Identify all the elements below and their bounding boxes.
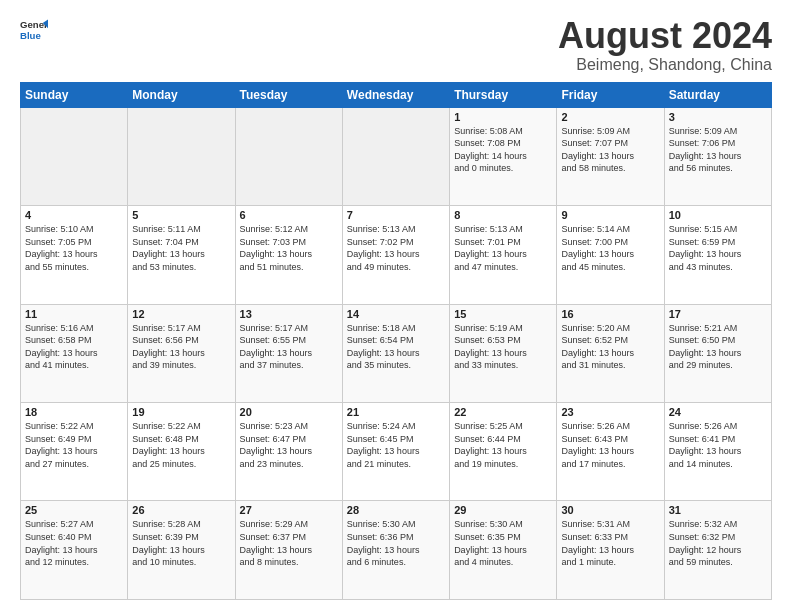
day-number: 1 <box>454 111 552 123</box>
day-number: 21 <box>347 406 445 418</box>
logo-icon: General Blue <box>20 16 48 44</box>
table-row: 3Sunrise: 5:09 AM Sunset: 7:06 PM Daylig… <box>664 107 771 205</box>
day-info: Sunrise: 5:29 AM Sunset: 6:37 PM Dayligh… <box>240 518 338 568</box>
day-info: Sunrise: 5:17 AM Sunset: 6:55 PM Dayligh… <box>240 322 338 372</box>
day-number: 27 <box>240 504 338 516</box>
header-friday: Friday <box>557 82 664 107</box>
header-wednesday: Wednesday <box>342 82 449 107</box>
table-row: 29Sunrise: 5:30 AM Sunset: 6:35 PM Dayli… <box>450 501 557 600</box>
day-info: Sunrise: 5:22 AM Sunset: 6:48 PM Dayligh… <box>132 420 230 470</box>
day-info: Sunrise: 5:08 AM Sunset: 7:08 PM Dayligh… <box>454 125 552 175</box>
table-row: 20Sunrise: 5:23 AM Sunset: 6:47 PM Dayli… <box>235 403 342 501</box>
day-number: 16 <box>561 308 659 320</box>
day-number: 19 <box>132 406 230 418</box>
day-number: 2 <box>561 111 659 123</box>
table-row: 2Sunrise: 5:09 AM Sunset: 7:07 PM Daylig… <box>557 107 664 205</box>
day-number: 28 <box>347 504 445 516</box>
day-number: 6 <box>240 209 338 221</box>
table-row: 17Sunrise: 5:21 AM Sunset: 6:50 PM Dayli… <box>664 304 771 402</box>
calendar-week-row: 11Sunrise: 5:16 AM Sunset: 6:58 PM Dayli… <box>21 304 772 402</box>
day-number: 31 <box>669 504 767 516</box>
day-number: 7 <box>347 209 445 221</box>
weekday-header-row: Sunday Monday Tuesday Wednesday Thursday… <box>21 82 772 107</box>
table-row: 4Sunrise: 5:10 AM Sunset: 7:05 PM Daylig… <box>21 206 128 304</box>
day-info: Sunrise: 5:09 AM Sunset: 7:07 PM Dayligh… <box>561 125 659 175</box>
day-info: Sunrise: 5:27 AM Sunset: 6:40 PM Dayligh… <box>25 518 123 568</box>
day-number: 25 <box>25 504 123 516</box>
day-info: Sunrise: 5:11 AM Sunset: 7:04 PM Dayligh… <box>132 223 230 273</box>
header-monday: Monday <box>128 82 235 107</box>
day-info: Sunrise: 5:24 AM Sunset: 6:45 PM Dayligh… <box>347 420 445 470</box>
day-number: 13 <box>240 308 338 320</box>
table-row: 22Sunrise: 5:25 AM Sunset: 6:44 PM Dayli… <box>450 403 557 501</box>
day-number: 8 <box>454 209 552 221</box>
day-info: Sunrise: 5:20 AM Sunset: 6:52 PM Dayligh… <box>561 322 659 372</box>
day-info: Sunrise: 5:25 AM Sunset: 6:44 PM Dayligh… <box>454 420 552 470</box>
header: General Blue August 2024 Beimeng, Shando… <box>20 16 772 74</box>
header-sunday: Sunday <box>21 82 128 107</box>
calendar-week-row: 25Sunrise: 5:27 AM Sunset: 6:40 PM Dayli… <box>21 501 772 600</box>
calendar-week-row: 1Sunrise: 5:08 AM Sunset: 7:08 PM Daylig… <box>21 107 772 205</box>
day-info: Sunrise: 5:10 AM Sunset: 7:05 PM Dayligh… <box>25 223 123 273</box>
day-info: Sunrise: 5:12 AM Sunset: 7:03 PM Dayligh… <box>240 223 338 273</box>
table-row: 30Sunrise: 5:31 AM Sunset: 6:33 PM Dayli… <box>557 501 664 600</box>
day-number: 18 <box>25 406 123 418</box>
table-row: 10Sunrise: 5:15 AM Sunset: 6:59 PM Dayli… <box>664 206 771 304</box>
day-info: Sunrise: 5:13 AM Sunset: 7:02 PM Dayligh… <box>347 223 445 273</box>
logo: General Blue <box>20 16 48 44</box>
day-info: Sunrise: 5:13 AM Sunset: 7:01 PM Dayligh… <box>454 223 552 273</box>
header-tuesday: Tuesday <box>235 82 342 107</box>
day-number: 20 <box>240 406 338 418</box>
day-info: Sunrise: 5:17 AM Sunset: 6:56 PM Dayligh… <box>132 322 230 372</box>
table-row: 7Sunrise: 5:13 AM Sunset: 7:02 PM Daylig… <box>342 206 449 304</box>
table-row: 25Sunrise: 5:27 AM Sunset: 6:40 PM Dayli… <box>21 501 128 600</box>
subtitle: Beimeng, Shandong, China <box>558 56 772 74</box>
calendar-week-row: 18Sunrise: 5:22 AM Sunset: 6:49 PM Dayli… <box>21 403 772 501</box>
day-info: Sunrise: 5:21 AM Sunset: 6:50 PM Dayligh… <box>669 322 767 372</box>
day-number: 9 <box>561 209 659 221</box>
day-info: Sunrise: 5:14 AM Sunset: 7:00 PM Dayligh… <box>561 223 659 273</box>
page: General Blue August 2024 Beimeng, Shando… <box>0 0 792 612</box>
header-thursday: Thursday <box>450 82 557 107</box>
day-info: Sunrise: 5:18 AM Sunset: 6:54 PM Dayligh… <box>347 322 445 372</box>
table-row: 23Sunrise: 5:26 AM Sunset: 6:43 PM Dayli… <box>557 403 664 501</box>
day-number: 22 <box>454 406 552 418</box>
table-row: 28Sunrise: 5:30 AM Sunset: 6:36 PM Dayli… <box>342 501 449 600</box>
table-row: 18Sunrise: 5:22 AM Sunset: 6:49 PM Dayli… <box>21 403 128 501</box>
svg-text:General: General <box>20 19 48 30</box>
day-info: Sunrise: 5:31 AM Sunset: 6:33 PM Dayligh… <box>561 518 659 568</box>
day-number: 10 <box>669 209 767 221</box>
table-row: 31Sunrise: 5:32 AM Sunset: 6:32 PM Dayli… <box>664 501 771 600</box>
day-info: Sunrise: 5:30 AM Sunset: 6:36 PM Dayligh… <box>347 518 445 568</box>
day-number: 26 <box>132 504 230 516</box>
svg-text:Blue: Blue <box>20 30 41 41</box>
calendar-table: Sunday Monday Tuesday Wednesday Thursday… <box>20 82 772 600</box>
day-info: Sunrise: 5:16 AM Sunset: 6:58 PM Dayligh… <box>25 322 123 372</box>
table-row: 14Sunrise: 5:18 AM Sunset: 6:54 PM Dayli… <box>342 304 449 402</box>
table-row: 6Sunrise: 5:12 AM Sunset: 7:03 PM Daylig… <box>235 206 342 304</box>
table-row <box>21 107 128 205</box>
table-row: 16Sunrise: 5:20 AM Sunset: 6:52 PM Dayli… <box>557 304 664 402</box>
header-saturday: Saturday <box>664 82 771 107</box>
table-row: 9Sunrise: 5:14 AM Sunset: 7:00 PM Daylig… <box>557 206 664 304</box>
day-number: 29 <box>454 504 552 516</box>
day-info: Sunrise: 5:15 AM Sunset: 6:59 PM Dayligh… <box>669 223 767 273</box>
day-number: 4 <box>25 209 123 221</box>
table-row: 19Sunrise: 5:22 AM Sunset: 6:48 PM Dayli… <box>128 403 235 501</box>
day-info: Sunrise: 5:09 AM Sunset: 7:06 PM Dayligh… <box>669 125 767 175</box>
day-number: 17 <box>669 308 767 320</box>
calendar-week-row: 4Sunrise: 5:10 AM Sunset: 7:05 PM Daylig… <box>21 206 772 304</box>
day-number: 5 <box>132 209 230 221</box>
day-number: 15 <box>454 308 552 320</box>
day-number: 23 <box>561 406 659 418</box>
table-row: 21Sunrise: 5:24 AM Sunset: 6:45 PM Dayli… <box>342 403 449 501</box>
table-row <box>342 107 449 205</box>
title-section: August 2024 Beimeng, Shandong, China <box>558 16 772 74</box>
day-number: 30 <box>561 504 659 516</box>
day-info: Sunrise: 5:26 AM Sunset: 6:41 PM Dayligh… <box>669 420 767 470</box>
day-number: 12 <box>132 308 230 320</box>
table-row: 8Sunrise: 5:13 AM Sunset: 7:01 PM Daylig… <box>450 206 557 304</box>
main-title: August 2024 <box>558 16 772 56</box>
table-row: 5Sunrise: 5:11 AM Sunset: 7:04 PM Daylig… <box>128 206 235 304</box>
table-row <box>235 107 342 205</box>
